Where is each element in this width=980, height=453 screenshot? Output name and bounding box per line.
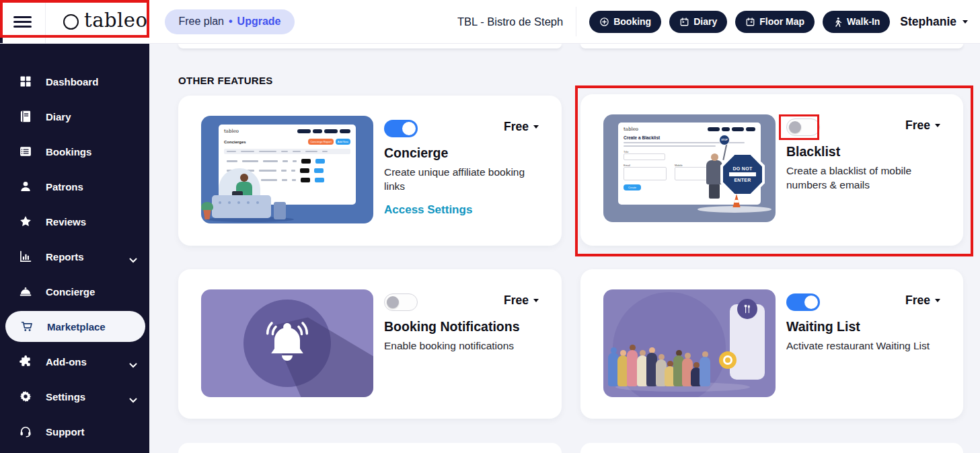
sidebar-nav: Dashboard Diary Bookings Patrons Reviews… [0,44,149,453]
logo-circle-icon [63,14,79,30]
waiting-list-toggle[interactable] [786,293,820,311]
concierge-toggle[interactable] [384,120,418,137]
gear-icon [19,390,32,403]
booking-notifications-toggle[interactable] [384,293,418,311]
feature-card-blacklist: tableo Create a Blacklist Title Email Mo… [580,94,963,246]
card-description: Activate restaurant Waiting List [786,339,946,353]
chevron-down-icon [129,394,137,399]
calendar-icon [679,17,689,27]
restaurant-door [730,304,765,380]
header-divider [45,0,46,43]
card-title: Blacklist [786,144,840,160]
card-description: Enable booking notifications [384,339,544,353]
logo-wordmark: tableo [84,11,147,33]
feature-card-concierge: tableo Concierges Concierge Report Add N… [178,96,562,246]
hamburger-menu-icon[interactable] [13,13,32,30]
patrons-icon [19,180,32,193]
headset-icon [19,425,32,438]
chevron-down-icon [533,125,539,129]
diary-button[interactable]: Diary [669,11,727,33]
previous-card-bottom [178,44,562,48]
sidebar-item-patrons[interactable]: Patrons [0,169,149,204]
bookings-icon [19,145,32,158]
floor-map-button[interactable]: Floor Map [735,11,815,33]
user-name: Stephanie [900,15,956,29]
puzzle-icon [19,355,32,368]
plan-label: Free plan [178,15,224,28]
sidebar-item-dashboard[interactable]: Dashboard [0,64,149,99]
section-title: OTHER FEATURES [178,75,273,86]
header-divider [576,7,576,36]
dashboard-icon [19,75,32,88]
user-menu[interactable]: Stephanie [900,15,968,29]
card-title: Waiting List [786,319,860,335]
bar-chart-icon [19,250,32,263]
chevron-down-icon [533,299,539,302]
chevron-down-icon [935,299,940,302]
main-content: OTHER FEATURES tableo Concierges Concier… [149,44,980,453]
previous-card-bottom [580,44,963,48]
access-settings-link[interactable]: Access Settings [384,203,472,217]
star-icon [19,215,32,228]
upgrade-link[interactable]: Upgrade [237,15,281,28]
cutlery-icon [737,299,757,319]
sidebar-item-settings[interactable]: Settings [0,379,149,414]
plus-circle-icon [599,17,609,27]
plan-separator: • [229,15,233,28]
sidebar-item-reports[interactable]: Reports [0,239,149,274]
chevron-down-icon [129,254,137,259]
bell-thumbnail [201,289,373,397]
cloche-icon [19,285,32,298]
card-description: Create a blacklist of mobile numbers & e… [786,164,946,193]
next-row-card-top [178,443,562,453]
walk-in-button[interactable]: Walk-In [823,11,890,33]
chevron-down-icon [935,124,940,127]
sidebar-item-diary[interactable]: Diary [0,99,149,134]
calendar-icon [745,17,755,27]
sidebar-item-marketplace[interactable]: Marketplace [5,311,145,342]
concierge-price-dropdown[interactable]: Free [504,120,539,134]
waiting-list-price-dropdown[interactable]: Free [905,293,940,308]
do-not-enter-sign: DO NOTENTER [720,152,765,197]
card-title: Booking Notifications [384,319,520,335]
sidebar-edge-strip [0,0,3,43]
bell-icon [254,306,321,380]
blacklist-thumbnail: tableo Create a Blacklist Title Email Mo… [603,114,776,222]
waiting-list-thumbnail [603,289,776,397]
sidebar-item-concierge[interactable]: Concierge [0,274,149,309]
booking-button[interactable]: Booking [589,11,661,33]
chevron-down-icon [129,359,137,364]
tableo-logo: tableo [63,11,147,33]
chevron-down-icon [963,20,968,24]
feature-card-booking-notifications: Free Booking Notifications Enable bookin… [178,269,562,419]
top-header: tableo Free plan • Upgrade TBL - Bistro … [0,0,980,44]
feature-card-waiting-list: Free Waiting List Activate restaurant Wa… [580,269,963,419]
header-actions: Booking Diary Floor Map Walk-In [589,11,890,33]
booking-notifications-price-dropdown[interactable]: Free [504,293,539,308]
blacklist-toggle[interactable] [786,118,820,136]
sidebar-item-add-ons[interactable]: Add-ons [0,344,149,379]
cart-icon [20,320,34,333]
restaurant-name: TBL - Bistro de Steph [457,15,563,28]
blacklist-price-dropdown[interactable]: Free [905,118,940,133]
card-description: Create unique affiliate booking links [384,166,544,194]
diary-icon [19,110,32,123]
sidebar-item-bookings[interactable]: Bookings [0,134,149,169]
sidebar-item-support[interactable]: Support [0,414,149,449]
next-row-card-top [580,443,963,453]
concierge-thumbnail: tableo Concierges Concierge Report Add N… [201,116,373,223]
plan-upgrade-pill[interactable]: Free plan • Upgrade [165,9,294,34]
sidebar-item-reviews[interactable]: Reviews [0,204,149,239]
card-title: Concierge [384,145,448,161]
badge-icon [719,351,737,369]
walker-icon [833,17,843,27]
